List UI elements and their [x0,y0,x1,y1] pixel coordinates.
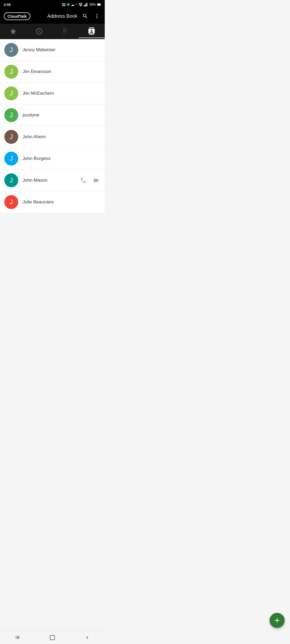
status-time: 2:55 [4,3,11,7]
wifi-icon [78,3,82,6]
svg-point-9 [96,17,97,19]
svg-point-8 [96,16,97,17]
tab-recents[interactable] [26,25,53,38]
app-bar-left: CloudTalk [4,12,30,20]
svg-rect-6 [97,4,100,5]
battery-text: 98% [89,3,96,6]
signal-icon [84,3,88,6]
tab-bar [0,24,105,39]
list-item[interactable]: JJohn Ahern [0,126,105,148]
cloud-icon: ☁ [71,3,74,7]
video-icon [93,177,99,184]
avatar: J [4,173,18,187]
active-dot [67,3,70,6]
list-item[interactable]: JJenny Midwinter [0,39,105,61]
svg-rect-0 [84,5,84,6]
tab-favorites[interactable] [0,25,26,38]
search-icon [82,13,88,19]
avatar: J [4,65,18,79]
avatar: J [4,86,18,100]
contact-name: Jim Einarsson [23,69,100,74]
phone-icon [80,177,86,184]
contacts-icon [88,27,95,35]
avatar: J [4,195,18,209]
avatar: J [4,43,18,57]
avatar: J [4,130,18,144]
tab-dialpad[interactable] [52,25,79,38]
list-item[interactable]: JJim Einarsson [0,61,105,83]
contact-name: John Ahern [23,134,100,140]
svg-rect-5 [100,4,101,5]
battery-icon [97,3,101,6]
list-item[interactable]: JJulie Beaucaire [0,191,105,213]
dialpad-icon [62,28,69,35]
page-title: Address Book [47,13,77,19]
svg-point-7 [96,14,97,15]
search-button[interactable] [81,12,89,20]
cloudtalk-logo: CloudTalk [4,12,30,20]
contact-name: John Mason [23,178,79,183]
star-icon [9,28,17,35]
avatar: J [4,152,18,166]
svg-rect-3 [87,3,87,6]
list-item[interactable]: JJohn Burgess [0,148,105,170]
contact-name: Jenny Midwinter [23,47,100,53]
more-options-button[interactable] [93,12,101,20]
contact-name: Julie Beaucaire [23,199,100,205]
contact-list: JJenny MidwinterJJim EinarssonJJim McEac… [0,39,105,213]
status-bar: 2:55 🖼 ☁ • 98% [0,0,105,9]
status-icons: 🖼 ☁ • 98% [62,3,101,7]
tab-contacts[interactable] [79,25,105,38]
app-bar: CloudTalk Address Book [0,9,105,24]
svg-rect-2 [86,3,86,6]
contact-name: Jim McEachern [23,91,100,96]
video-call-button[interactable] [92,176,100,185]
bullet: • [76,3,77,6]
photo-icon: 🖼 [62,3,66,7]
contact-name: jocelyne [23,112,100,118]
call-button[interactable] [79,176,88,185]
contact-name: John Burgess [23,156,100,161]
list-item[interactable]: JJohn Mason [0,170,105,191]
svg-rect-1 [85,4,85,6]
avatar: J [4,108,18,122]
list-item[interactable]: Jjocelyne [0,104,105,126]
app-bar-right: Address Book [47,12,101,20]
more-vert-icon [94,13,100,19]
contact-actions [79,176,100,185]
list-item[interactable]: JJim McEachern [0,83,105,104]
clock-icon [35,28,43,35]
